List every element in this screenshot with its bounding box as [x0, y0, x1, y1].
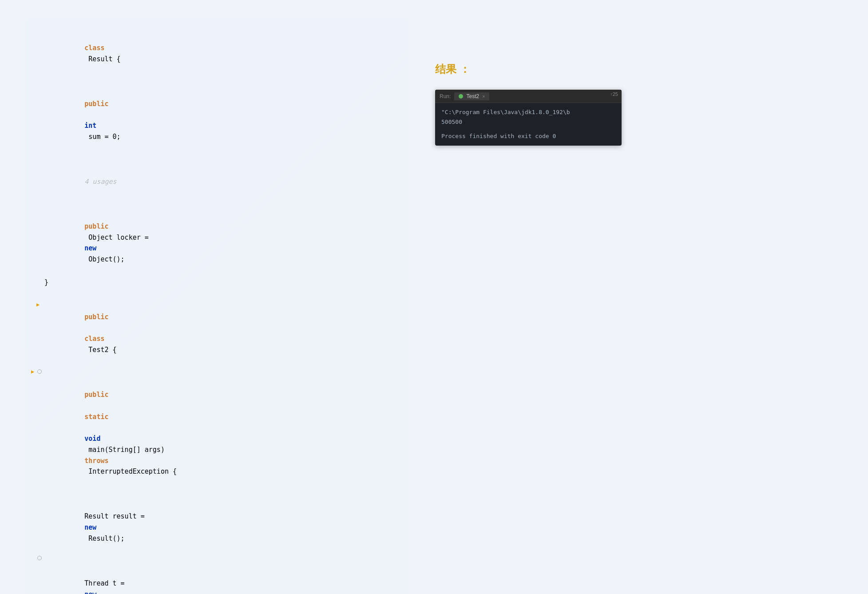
code-text: Object(); [84, 255, 124, 263]
code-text: Result(); [84, 535, 124, 543]
breakpoint-circle [37, 556, 42, 560]
code-text: Test2 { [84, 346, 116, 354]
code-text: sum = 0; [84, 133, 120, 141]
code-line: ▶ public class Test2 { [31, 300, 400, 367]
run-tab-close-icon[interactable]: × [483, 94, 485, 99]
code-line: public Object locker = new Object(); [31, 198, 400, 276]
keyword-new: new [84, 590, 96, 594]
run-label: Run: [440, 93, 451, 99]
code-line: class Result { [31, 31, 400, 76]
code-text [84, 111, 88, 119]
keyword-void: void [84, 435, 100, 443]
code-content: class Result { public int sum = 0; [31, 31, 400, 594]
run-window-tabs: Run: Test2 × [435, 90, 622, 103]
line-code: public int sum = 0; [44, 76, 400, 153]
code-line: Thread t = new Thread( new Runnable() { [31, 555, 400, 594]
result-label: 结果 ： [435, 62, 841, 76]
run-path: "C:\Program Files\Java\jdk1.8.0_192\b [441, 107, 615, 117]
line-gutter [31, 556, 44, 560]
line-code: public class Test2 { [44, 301, 400, 367]
code-line: 4 usages [31, 154, 400, 198]
keyword-new: new [84, 244, 96, 252]
keyword-public: public [84, 100, 108, 108]
code-line: Result result = new Result(); [31, 489, 400, 556]
code-text [84, 424, 88, 432]
code-panel: class Result { public int sum = 0; [27, 18, 408, 594]
line-code: class Result { [44, 32, 400, 75]
code-text: Thread t = [84, 579, 128, 587]
code-text: main(String[] args) [84, 446, 169, 454]
code-text: Result { [84, 55, 120, 63]
code-text: Object locker = [84, 234, 153, 242]
keyword-static: static [84, 413, 108, 421]
keyword-throws: throws [84, 457, 108, 465]
scroll-indicator: ↑25 [610, 91, 618, 97]
keyword-class: class [84, 44, 104, 52]
line-gutter: ▶ [31, 301, 44, 309]
run-window-body: "C:\Program Files\Java\jdk1.8.0_192\b 50… [435, 103, 622, 146]
line-code: public static void main(String[] args) t… [44, 368, 400, 488]
code-line: } [31, 277, 400, 289]
right-panel: 结果 ： ↑25 Run: Test2 × "C:\Program Files\… [435, 18, 841, 594]
arrow-icon: ▶ [31, 368, 36, 376]
code-text [84, 324, 88, 332]
usage-hint: 4 usages [84, 178, 116, 186]
keyword-class: class [84, 335, 104, 343]
run-tab-label: Test2 [466, 93, 479, 99]
code-text: InterruptedException { [84, 467, 177, 475]
run-window: ↑25 Run: Test2 × "C:\Program Files\Java\… [435, 90, 622, 146]
code-line: ▶ public static void main(String[] args)… [31, 367, 400, 489]
code-line: public int sum = 0; [31, 76, 400, 154]
run-status-indicator [459, 94, 463, 99]
keyword-int: int [84, 122, 96, 130]
page-container: class Result { public int sum = 0; [0, 0, 868, 594]
code-text [84, 402, 88, 410]
keyword-public: public [84, 222, 108, 230]
run-tab[interactable]: Test2 × [454, 92, 489, 100]
breakpoint-circle [37, 369, 42, 374]
run-output: 500500 [441, 117, 615, 127]
line-code: Thread t = new Thread( new Runnable() { [44, 556, 400, 594]
line-code: Result result = new Result(); [44, 489, 400, 555]
line-code: 4 usages [44, 154, 400, 198]
code-line [31, 288, 400, 300]
line-gutter: ▶ [31, 368, 44, 376]
keyword-public: public [84, 391, 108, 399]
code-text: Result result = [84, 512, 149, 520]
keyword-public: public [84, 313, 108, 321]
line-code [44, 289, 400, 300]
keyword-new: new [84, 523, 96, 531]
line-code: public Object locker = new Object(); [44, 199, 400, 276]
arrow-icon: ▶ [36, 301, 42, 309]
line-code: } [44, 277, 400, 288]
run-process: Process finished with exit code 0 [441, 131, 615, 141]
